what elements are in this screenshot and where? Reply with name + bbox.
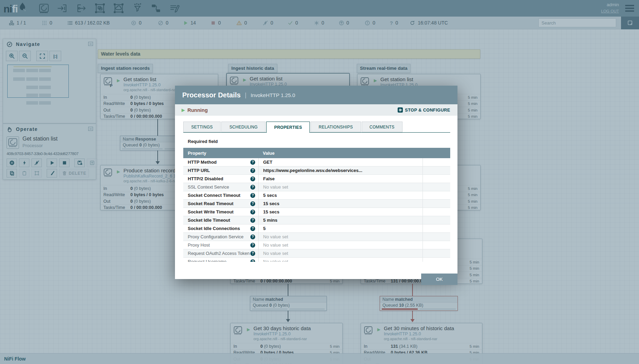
help-icon[interactable]: ? <box>250 234 255 239</box>
dialog-status-bar: ▶ Running STOP & CONFIGURE <box>175 104 457 116</box>
ok-button[interactable]: OK <box>421 274 457 285</box>
tab-properties[interactable]: PROPERTIES <box>266 122 310 133</box>
help-icon[interactable]: ? <box>250 259 255 262</box>
help-icon[interactable]: ? <box>250 243 255 248</box>
help-icon[interactable]: ? <box>250 210 255 214</box>
stop-and-configure-button[interactable]: STOP & CONFIGURE <box>398 107 450 113</box>
help-icon[interactable]: ? <box>250 168 255 173</box>
property-row[interactable]: Request OAuth2 Access Token Provider?No … <box>183 249 450 258</box>
run-state-label: Running <box>187 107 208 113</box>
help-icon[interactable]: ? <box>250 176 255 181</box>
help-icon[interactable]: ? <box>250 226 255 231</box>
help-icon[interactable]: ? <box>250 201 255 206</box>
help-icon[interactable]: ? <box>250 193 255 198</box>
tab-comments[interactable]: COMMENTS <box>362 122 402 132</box>
properties-table: Property Value HTTP Method?GETHTTP URL?h… <box>183 148 450 262</box>
properties-table-header: Property Value <box>183 148 450 158</box>
property-row[interactable]: Proxy Configuration Service?No value set <box>183 233 450 241</box>
dialog-header: Processor Details | InvokeHTTP 1.25.0 <box>175 86 457 104</box>
help-icon[interactable]: ? <box>250 251 255 256</box>
property-row[interactable]: Request Username?No value set <box>183 258 450 262</box>
property-row[interactable]: Socket Connect Timeout?5 secs <box>183 191 450 200</box>
help-icon[interactable]: ? <box>250 160 255 165</box>
property-row[interactable]: SSL Context Service?No value set <box>183 183 450 191</box>
property-row[interactable]: Socket Write Timeout?15 secs <box>183 208 450 216</box>
dialog-subtitle: InvokeHTTP 1.25.0 <box>251 92 295 98</box>
tab-scheduling[interactable]: SCHEDULING <box>221 122 266 132</box>
help-icon[interactable]: ? <box>250 218 255 223</box>
stop-configure-icon <box>398 107 403 113</box>
running-icon: ▶ <box>182 107 185 113</box>
property-row[interactable]: HTTP/2 Disabled?False <box>183 175 450 183</box>
tab-relationships[interactable]: RELATIONSHIPS <box>311 122 361 132</box>
title-separator: | <box>245 92 247 99</box>
property-row[interactable]: HTTP URL?https://www.pegelonline.wsv.de/… <box>183 166 450 175</box>
property-row[interactable]: Socket Idle Timeout?5 mins <box>183 216 450 224</box>
processor-details-dialog: Processor Details | InvokeHTTP 1.25.0 ▶ … <box>175 86 457 279</box>
required-field-note: Required field <box>188 139 457 144</box>
tab-settings[interactable]: SETTINGS <box>183 122 221 132</box>
property-row[interactable]: HTTP Method?GET <box>183 158 450 166</box>
property-row[interactable]: Socket Idle Connections?5 <box>183 224 450 233</box>
dialog-tabs: SETTINGS SCHEDULING PROPERTIES RELATIONS… <box>183 122 450 133</box>
property-row[interactable]: Proxy Host?No value set <box>183 241 450 249</box>
dialog-title: Processor Details <box>182 91 241 99</box>
nifi-app: Water levels data Ingest station records… <box>0 0 639 364</box>
property-row[interactable]: Socket Read Timeout?15 secs <box>183 200 450 208</box>
help-icon[interactable]: ? <box>250 185 255 190</box>
